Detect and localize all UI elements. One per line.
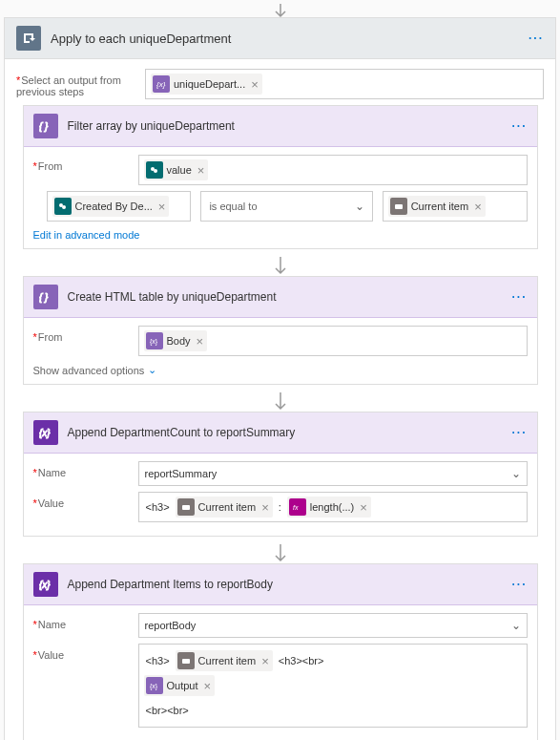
chevron-down-icon: ⌄ [355, 200, 364, 213]
svg-text:{x}: {x} [150, 338, 158, 346]
current-item-token[interactable]: Current item × [388, 196, 486, 217]
value-token[interactable]: value × [144, 159, 209, 180]
main-title: Apply to each uniqueDepartment [51, 32, 529, 46]
from-label: From [33, 155, 138, 172]
filter-op-select[interactable]: is equal to ⌄ [200, 191, 372, 222]
select-output-input[interactable]: {x} uniqueDepart... × [145, 69, 544, 99]
append-items-title: Append Department Items to reportBody [68, 578, 512, 591]
svg-text:{x}: {x} [39, 580, 51, 590]
svg-point-3 [154, 169, 157, 173]
from-input[interactable]: {x} Body × [138, 326, 528, 356]
from-label: From [33, 326, 138, 343]
value-label: Value [33, 492, 138, 509]
connector-arrow [16, 249, 544, 276]
variable-action-icon: {x} [33, 420, 58, 445]
main-header[interactable]: Apply to each uniqueDepartment ··· [5, 18, 555, 59]
name-select[interactable]: reportBody ⌄ [138, 613, 528, 638]
remove-token-icon[interactable]: × [158, 201, 166, 213]
loop-item-icon [390, 198, 407, 215]
append-count-card: {x} Append DepartmentCount to reportSumm… [23, 412, 538, 537]
data-op-icon: { } [33, 114, 58, 138]
created-by-token[interactable]: Created By De... × [52, 196, 170, 217]
svg-text:{ }: { } [39, 121, 49, 132]
remove-token-icon[interactable]: × [197, 164, 205, 177]
value-input[interactable]: <h3> Current item × <h3><br> [138, 644, 528, 728]
chevron-down-icon: ⌄ [148, 364, 156, 376]
sharepoint-icon [146, 161, 163, 179]
variable-icon: {x} [153, 75, 170, 93]
value-input[interactable]: <h3> Current item × : [138, 492, 528, 522]
connector-arrow [16, 385, 544, 412]
remove-token-icon[interactable]: × [204, 680, 212, 692]
create-html-title: Create HTML table by uniqueDepartment [68, 290, 512, 304]
loop-item-icon [177, 498, 195, 516]
filter-array-title: Filter array by uniqueDepartment [68, 119, 512, 133]
filter-array-header[interactable]: { } Filter array by uniqueDepartment ··· [24, 106, 537, 147]
remove-token-icon[interactable]: × [261, 655, 269, 667]
loop-item-icon [177, 652, 195, 669]
value-label: Value [33, 644, 138, 661]
svg-point-5 [62, 205, 66, 209]
create-html-header[interactable]: { } Create HTML table by uniqueDepartmen… [24, 277, 537, 318]
main-menu[interactable]: ··· [529, 32, 544, 45]
name-select[interactable]: reportSummary ⌄ [138, 461, 528, 486]
select-output-label: Select an output from previous steps [16, 69, 145, 97]
filter-array-menu[interactable]: ··· [511, 119, 527, 133]
append-items-menu[interactable]: ··· [511, 578, 527, 591]
svg-rect-10 [182, 505, 190, 510]
unique-department-token[interactable]: {x} uniqueDepart... × [151, 74, 262, 95]
current-item-token[interactable]: Current item × [176, 650, 273, 671]
variable-action-icon: {x} [33, 572, 58, 597]
name-label: Name [33, 613, 138, 630]
data-op-icon: { } [33, 285, 58, 309]
create-html-card: { } Create HTML table by uniqueDepartmen… [23, 276, 538, 385]
sharepoint-icon [54, 198, 72, 215]
remove-token-icon[interactable]: × [474, 201, 482, 213]
output-token[interactable]: {x} Output × [144, 675, 216, 696]
remove-token-icon[interactable]: × [360, 501, 367, 514]
filter-left-input[interactable]: Created By De... × [47, 191, 192, 222]
svg-rect-13 [182, 659, 190, 664]
loop-icon [16, 26, 41, 51]
svg-text:{x}: {x} [39, 428, 51, 438]
from-input[interactable]: value × [138, 155, 528, 185]
remove-token-icon[interactable]: × [251, 78, 259, 91]
remove-token-icon[interactable]: × [261, 501, 269, 514]
filter-array-card: { } Filter array by uniqueDepartment ···… [23, 105, 538, 249]
filter-right-input[interactable]: Current item × [383, 191, 528, 222]
append-count-menu[interactable]: ··· [511, 426, 527, 439]
svg-text:{ }: { } [39, 292, 49, 303]
remove-token-icon[interactable]: × [197, 335, 204, 348]
edit-advanced-link[interactable]: Edit in advanced mode [33, 229, 528, 241]
svg-text:fx: fx [293, 504, 299, 511]
data-op-icon: {x} [146, 677, 163, 694]
current-item-token[interactable]: Current item × [176, 497, 273, 518]
body-token[interactable]: {x} Body × [144, 330, 208, 351]
length-fx-token[interactable]: fx length(...) × [287, 497, 371, 518]
svg-text:{x}: {x} [150, 683, 158, 690]
append-items-card: {x} Append Department Items to reportBod… [23, 563, 538, 740]
incoming-connector [0, 0, 560, 17]
svg-rect-6 [395, 204, 403, 209]
fx-icon: fx [289, 498, 306, 516]
apply-to-each-container: Apply to each uniqueDepartment ··· Selec… [4, 17, 556, 740]
svg-text:{x}: {x} [156, 80, 166, 89]
append-items-header[interactable]: {x} Append Department Items to reportBod… [24, 564, 537, 605]
select-output-row: Select an output from previous steps {x}… [16, 69, 544, 99]
chevron-down-icon: ⌄ [511, 467, 521, 480]
append-count-header[interactable]: {x} Append DepartmentCount to reportSumm… [24, 412, 537, 454]
name-label: Name [33, 461, 138, 478]
data-op-icon: {x} [146, 332, 163, 349]
show-advanced-link[interactable]: Show advanced options ⌄ [33, 364, 528, 376]
append-count-title: Append DepartmentCount to reportSummary [68, 426, 512, 439]
create-html-menu[interactable]: ··· [511, 290, 527, 304]
connector-arrow [16, 537, 544, 563]
chevron-down-icon: ⌄ [511, 619, 521, 632]
